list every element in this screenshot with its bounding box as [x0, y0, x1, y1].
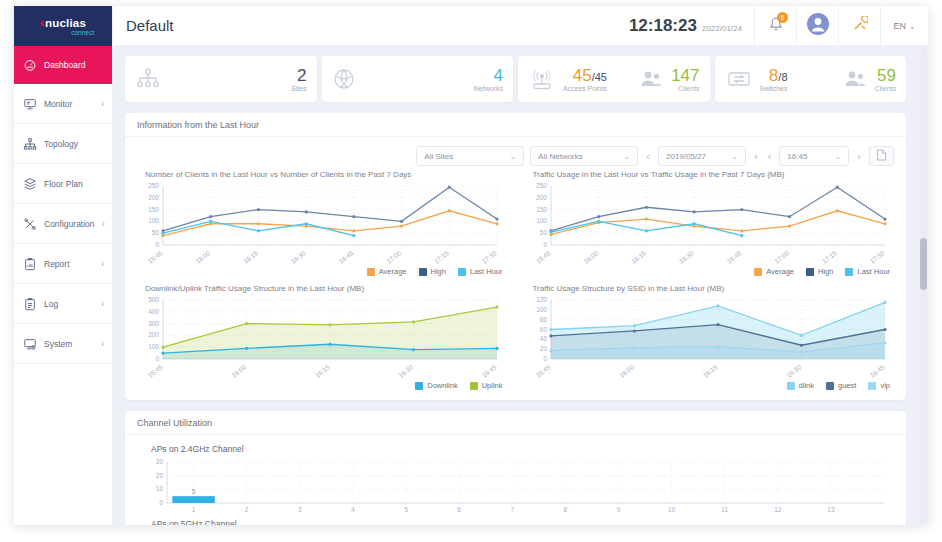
sidebar-item-topology[interactable]: Topology [14, 124, 112, 164]
legend-item: guest [826, 381, 856, 390]
sidebar-item-floor-plan[interactable]: Floor Plan [14, 164, 112, 204]
svg-text:4: 4 [351, 506, 355, 513]
chevron-right-icon [101, 298, 104, 309]
svg-text:0: 0 [543, 241, 547, 248]
date-value: 2019/05/27 [666, 152, 706, 161]
channel-5ghz-title: APs on 5GHz Channel [151, 519, 890, 525]
chevron-right-icon [101, 338, 104, 349]
monitor-icon [22, 96, 37, 111]
svg-text:400: 400 [148, 308, 159, 315]
svg-text:5: 5 [192, 488, 196, 495]
switch-icon [725, 68, 753, 90]
switches-card: 8 /8 Switches [715, 56, 907, 102]
svg-text:16:15: 16:15 [242, 249, 259, 265]
svg-text:17:00: 17:00 [385, 249, 402, 265]
clients-count: 147 [671, 67, 699, 84]
chevron-down-icon [909, 21, 916, 31]
sidebar-item-system[interactable]: System [14, 324, 112, 364]
svg-text:11: 11 [721, 506, 728, 513]
gauge-icon [22, 58, 37, 73]
language-selector[interactable]: EN [880, 6, 928, 46]
clients-chart-canvas: 05010015020025015:4516:0016:1516:3016:45… [137, 180, 507, 266]
svg-text:17:15: 17:15 [820, 249, 837, 265]
switches-count: 8 [769, 67, 778, 84]
log-icon [22, 296, 37, 311]
date-next-button[interactable] [752, 151, 760, 162]
svg-text:6: 6 [457, 506, 461, 513]
logo-chevron-icon: ‹ [40, 16, 44, 30]
svg-text:0: 0 [155, 355, 159, 362]
sidebar-item-label: Report [44, 259, 94, 269]
language-label: EN [893, 21, 906, 31]
sites-icon [135, 67, 161, 91]
svg-text:0: 0 [155, 241, 159, 248]
sidebar-item-dashboard[interactable]: Dashboard [14, 46, 112, 84]
svg-text:50: 50 [539, 229, 547, 236]
legend-item: Last Hour [845, 267, 890, 276]
svg-text:200: 200 [148, 331, 159, 338]
channel-24ghz-chart-canvas: 0102030123456789101112135 [141, 456, 890, 516]
legend-item: High [419, 267, 446, 276]
nuclias-logo[interactable]: ‹ nuclias connect [14, 6, 112, 46]
chart-legend: DownlinkUplink [137, 381, 507, 390]
chart-title: Downlink/Uplink Traffic Usage Structure … [145, 284, 507, 293]
svg-text:100: 100 [148, 217, 159, 224]
svg-text:60: 60 [539, 326, 547, 333]
svg-text:40: 40 [539, 335, 547, 342]
wrench-icon [852, 16, 868, 36]
svg-text:16:15: 16:15 [701, 363, 718, 379]
charts-grid: Number of Clients in the Last Hour vs Nu… [137, 170, 894, 390]
svg-text:16:45: 16:45 [337, 249, 354, 265]
svg-text:16:30: 16:30 [397, 363, 414, 379]
time-select[interactable]: 16:45 [779, 146, 849, 166]
sidebar-item-report[interactable]: Report [14, 244, 112, 284]
tools-shortcut-button[interactable] [838, 6, 880, 46]
chevron-right-icon [101, 258, 104, 269]
sidebar-nav: Dashboard Monitor Topology Floor Plan [14, 46, 112, 364]
svg-text:15:45: 15:45 [534, 249, 551, 265]
sidebar-item-log[interactable]: Log [14, 284, 112, 324]
sidebar-item-label: Dashboard [44, 60, 104, 70]
date-select[interactable]: 2019/05/27 [658, 146, 746, 166]
sidebar-item-configuration[interactable]: Configuration [14, 204, 112, 244]
clients-icon [842, 68, 868, 90]
chart-legend: dlinkguestvip [525, 381, 895, 390]
svg-text:250: 250 [536, 182, 547, 189]
chart-title: Traffic Usage in the Last Hour vs Traffi… [533, 170, 895, 179]
time-prev-button[interactable] [766, 151, 774, 162]
access-points-card: 45 /45 Access Points [518, 56, 710, 102]
scrollbar[interactable] [920, 48, 927, 523]
svg-text:7: 7 [510, 506, 514, 513]
topology-icon [22, 136, 37, 151]
sites-count: 2 [297, 67, 306, 84]
date-prev-button[interactable] [644, 151, 652, 162]
user-menu-button[interactable] [796, 6, 838, 46]
svg-text:20: 20 [539, 345, 547, 352]
ssid-traffic-chart-canvas: 02040608010012015:4516:0016:1516:3016:45 [525, 294, 895, 380]
stats-row: 2 Sites 4 Networks [125, 56, 906, 102]
chart-legend: AverageHighLast Hour [137, 267, 507, 276]
svg-text:200: 200 [148, 194, 159, 201]
sites-label: Sites [291, 85, 307, 92]
time-next-button[interactable] [855, 151, 863, 162]
site-filter-select[interactable]: All Sites [416, 146, 524, 166]
notification-badge: 6 [777, 12, 788, 23]
downlink-uplink-chart-canvas: 010020030040050015:4516:0016:1516:3016:4… [137, 294, 507, 380]
svg-text:13: 13 [827, 506, 835, 513]
chart-title: Traffic Usage Structure by SSID in the L… [533, 284, 895, 293]
svg-text:16:45: 16:45 [725, 249, 742, 265]
notifications-button[interactable]: 6 [754, 6, 796, 46]
networks-count: 4 [494, 67, 503, 84]
svg-text:17:30: 17:30 [480, 249, 497, 265]
scrollbar-thumb[interactable] [920, 238, 927, 290]
svg-text:15:45: 15:45 [534, 363, 551, 379]
networks-card: 4 Networks [322, 56, 514, 102]
svg-text:80: 80 [539, 316, 547, 323]
sidebar-item-monitor[interactable]: Monitor [14, 84, 112, 124]
main-area: Default 12:18:23 2022/01/24 6 [113, 6, 928, 525]
ssid-traffic-chart: Traffic Usage Structure by SSID in the L… [525, 284, 895, 390]
export-button[interactable] [869, 146, 894, 166]
content-area: 2 Sites 4 Networks [113, 46, 928, 525]
network-filter-select[interactable]: All Networks [530, 146, 638, 166]
svg-text:120: 120 [536, 296, 547, 303]
